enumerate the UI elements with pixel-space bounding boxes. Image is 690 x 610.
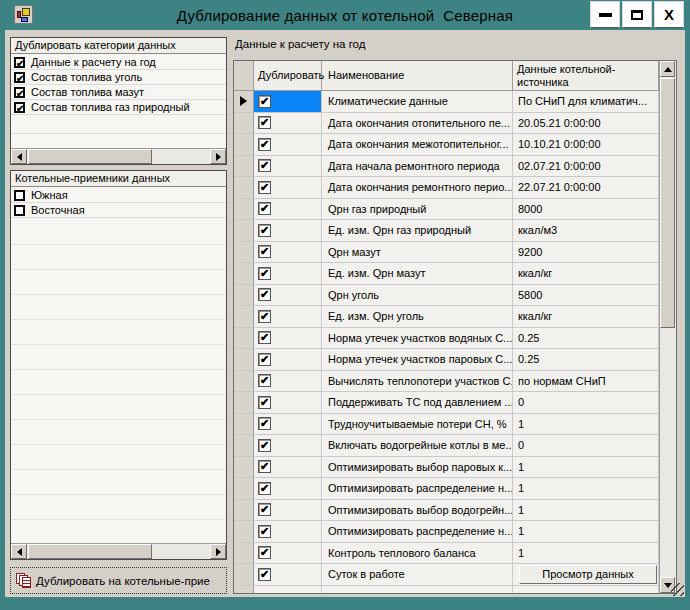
duplicate-cell[interactable]: ✔: [254, 500, 322, 522]
checkbox-checked-icon[interactable]: ✔: [258, 353, 271, 366]
checkbox-checked-icon[interactable]: ✔: [258, 138, 271, 151]
checkbox-checked-icon[interactable]: ✔: [258, 331, 271, 344]
table-row[interactable]: ✔Трудноучитываемые потери СН, %1: [234, 414, 659, 436]
categories-hscrollbar[interactable]: [11, 148, 226, 164]
parameter-name-cell[interactable]: Ед. изм. Qрн мазут: [322, 263, 513, 285]
parameter-name-cell[interactable]: Дата окончания отопительного пе...: [322, 113, 513, 135]
parameter-name-cell[interactable]: Норма утечек участков водяных С...: [322, 328, 513, 350]
parameter-name-cell[interactable]: Вычислять теплопотери участков С...: [322, 371, 513, 393]
table-row[interactable]: ✔Контроль теплового баланса1: [234, 543, 659, 565]
table-row[interactable]: ✔Оптимизировать распределение н...1: [234, 478, 659, 500]
table-row[interactable]: ✔Дата окончания ремонтного перио...22.07…: [234, 177, 659, 199]
list-item[interactable]: ✔Данные к расчету на год: [11, 55, 226, 70]
resize-grip[interactable]: [671, 583, 684, 596]
parameter-value-cell[interactable]: 1: [513, 543, 659, 565]
table-row[interactable]: ✔Qрн уголь5800: [234, 285, 659, 307]
title-bar[interactable]: Дублирование данных от котельной Северна…: [0, 0, 690, 30]
duplicate-cell[interactable]: ✔: [254, 242, 322, 264]
parameter-value-cell[interactable]: ккал/кг: [513, 306, 659, 328]
duplicate-cell[interactable]: ✔: [254, 156, 322, 178]
row-selector[interactable]: [234, 414, 254, 436]
maximize-button[interactable]: [622, 1, 652, 28]
parameter-value-cell[interactable]: по нормам СНиП: [513, 371, 659, 393]
parameter-value-cell[interactable]: 1: [513, 457, 659, 479]
parameter-name-cell[interactable]: Ед. изм. Qрн газ природный: [322, 220, 513, 242]
duplicate-cell[interactable]: ✔: [254, 306, 322, 328]
checkbox-checked-icon[interactable]: ✔: [258, 224, 271, 237]
parameter-value-cell[interactable]: 20.05.21 0:00:00: [513, 113, 659, 135]
checkbox-checked-icon[interactable]: ✔: [258, 417, 271, 430]
parameter-value-cell[interactable]: 22.07.21 0:00:00: [513, 177, 659, 199]
receivers-hscrollbar[interactable]: [11, 543, 226, 559]
list-item[interactable]: Южная: [11, 188, 226, 203]
checkbox-checked-icon[interactable]: ✔: [258, 460, 271, 473]
checkbox-checked-icon[interactable]: ✔: [258, 568, 271, 581]
scroll-left-button[interactable]: [11, 149, 27, 164]
parameter-value-cell[interactable]: 8000: [513, 199, 659, 221]
parameter-name-cell[interactable]: Ед. изм. Qрн уголь: [322, 306, 513, 328]
duplicate-cell[interactable]: ✔: [254, 457, 322, 479]
duplicate-cell[interactable]: ✔: [254, 521, 322, 543]
parameter-name-cell[interactable]: Дата окончания межотопительног...: [322, 134, 513, 156]
parameter-name-cell[interactable]: Оптимизировать распределение н...: [322, 521, 513, 543]
list-item[interactable]: ✔Состав топлива мазут: [11, 85, 226, 100]
column-header-duplicate[interactable]: Дублировать: [254, 61, 322, 91]
table-row[interactable]: ✔Дата начала ремонтного периода02.07.21 …: [234, 156, 659, 178]
checkbox-checked-icon[interactable]: ✔: [14, 87, 25, 98]
row-selector[interactable]: [234, 564, 254, 586]
checkbox-checked-icon[interactable]: ✔: [258, 95, 271, 108]
scrollbar-thumb[interactable]: [28, 149, 152, 164]
row-selector[interactable]: [234, 328, 254, 350]
checkbox-checked-icon[interactable]: ✔: [258, 374, 271, 387]
duplicate-cell[interactable]: ✔: [254, 177, 322, 199]
parameter-value-cell[interactable]: Просмотр данных: [513, 564, 659, 586]
parameter-value-cell[interactable]: 1: [513, 414, 659, 436]
row-selector[interactable]: [234, 263, 254, 285]
checkbox-checked-icon[interactable]: ✔: [14, 102, 25, 113]
duplicate-cell[interactable]: ✔: [254, 113, 322, 135]
duplicate-cell[interactable]: ✔: [254, 328, 322, 350]
row-selector[interactable]: [234, 134, 254, 156]
checkbox-unchecked-icon[interactable]: [14, 190, 25, 201]
grid-vscrollbar[interactable]: [659, 61, 676, 593]
checkbox-checked-icon[interactable]: ✔: [258, 396, 271, 409]
row-selector[interactable]: [234, 392, 254, 414]
table-row[interactable]: ✔Ед. изм. Qрн угольккал/кг: [234, 306, 659, 328]
parameter-value-cell[interactable]: 1: [513, 478, 659, 500]
duplicate-cell[interactable]: ✔: [254, 435, 322, 457]
parameter-value-cell[interactable]: 0: [513, 392, 659, 414]
parameter-value-cell[interactable]: 02.07.21 0:00:00: [513, 156, 659, 178]
row-selector[interactable]: [234, 543, 254, 565]
scroll-left-button[interactable]: [11, 544, 27, 559]
row-selector[interactable]: [234, 91, 254, 113]
parameter-name-cell[interactable]: Qрн уголь: [322, 285, 513, 307]
table-row[interactable]: ✔Норма утечек участков водяных С...0.25: [234, 328, 659, 350]
table-row[interactable]: ✔Qрн газ природный8000: [234, 199, 659, 221]
parameter-value-cell[interactable]: 0: [513, 435, 659, 457]
column-header-source-data[interactable]: Данные котельной-источника: [513, 61, 659, 91]
checkbox-checked-icon[interactable]: ✔: [258, 503, 271, 516]
close-button[interactable]: X: [654, 1, 684, 28]
parameter-name-cell[interactable]: Норма утечек участков паровых С...: [322, 349, 513, 371]
table-row[interactable]: ✔Поддерживать ТС под давлением ...0: [234, 392, 659, 414]
duplicate-cell[interactable]: ✔: [254, 564, 322, 586]
table-row[interactable]: ✔Оптимизировать выбор паровых к...1: [234, 457, 659, 479]
scroll-right-button[interactable]: [210, 544, 226, 559]
parameter-value-cell[interactable]: По СНиП для климатич...: [513, 91, 659, 113]
parameter-name-cell[interactable]: Оптимизировать выбор водогрейн...: [322, 500, 513, 522]
parameter-name-cell[interactable]: Включать водогрейные котлы в ме...: [322, 435, 513, 457]
parameter-value-cell[interactable]: ккал/кг: [513, 263, 659, 285]
duplicate-cell[interactable]: ✔: [254, 349, 322, 371]
table-row[interactable]: ✔Включать водогрейные котлы в ме...0: [234, 435, 659, 457]
scroll-up-button[interactable]: [660, 61, 675, 77]
table-row[interactable]: ✔Норма утечек участков паровых С...0.25: [234, 349, 659, 371]
checkbox-checked-icon[interactable]: ✔: [258, 288, 271, 301]
scroll-right-button[interactable]: [210, 149, 226, 164]
table-row[interactable]: ✔Ед. изм. Qрн газ природныйккал/м3: [234, 220, 659, 242]
table-row[interactable]: ✔Дата окончания отопительного пе...20.05…: [234, 113, 659, 135]
parameter-name-cell[interactable]: Оптимизировать выбор паровых к...: [322, 457, 513, 479]
checkbox-checked-icon[interactable]: ✔: [258, 159, 271, 172]
duplicate-cell[interactable]: ✔: [254, 220, 322, 242]
row-selector[interactable]: [234, 113, 254, 135]
minimize-button[interactable]: [590, 1, 620, 28]
